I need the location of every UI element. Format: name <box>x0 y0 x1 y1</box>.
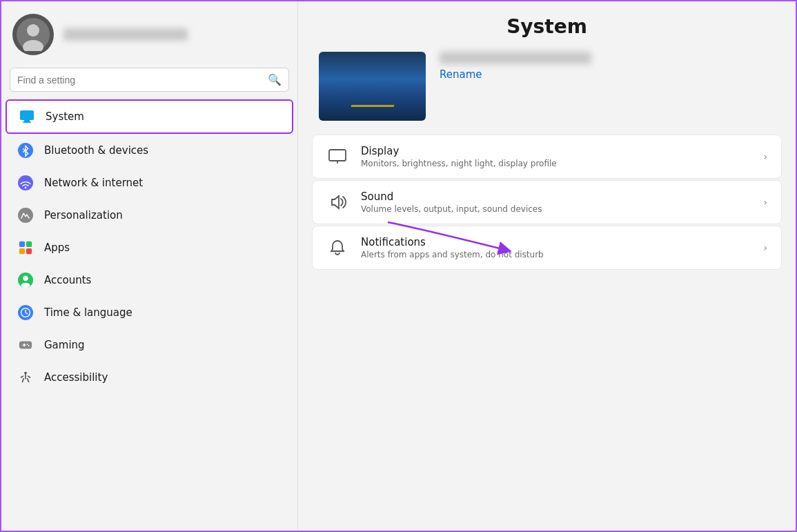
svg-point-21 <box>28 345 30 346</box>
sidebar-label-time: Time & language <box>44 306 132 319</box>
notifications-text: Notifications Alerts from apps and syste… <box>361 236 751 259</box>
accessibility-icon <box>17 368 35 386</box>
search-box[interactable]: 🔍 <box>10 68 289 92</box>
setting-item-notifications[interactable]: Notifications Alerts from apps and syste… <box>312 226 782 270</box>
svg-point-8 <box>25 187 27 189</box>
gaming-icon <box>17 336 35 354</box>
device-info: Rename <box>440 52 591 81</box>
display-chevron: › <box>763 151 767 162</box>
setting-item-sound[interactable]: Sound Volume levels, output, input, soun… <box>312 180 782 224</box>
sidebar-item-accounts[interactable]: Accounts <box>6 264 293 296</box>
svg-point-1 <box>27 24 39 37</box>
network-icon <box>17 174 35 192</box>
sidebar-label-accounts: Accounts <box>44 274 91 286</box>
notifications-chevron: › <box>763 242 767 253</box>
sidebar-item-bluetooth[interactable]: Bluetooth & devices <box>6 135 293 166</box>
sidebar-label-system: System <box>46 110 84 123</box>
accounts-icon <box>17 271 35 289</box>
device-name <box>440 52 591 64</box>
notifications-desc: Alerts from apps and system, do not dist… <box>361 250 751 259</box>
svg-rect-13 <box>26 248 32 254</box>
svg-rect-23 <box>329 150 346 161</box>
notifications-title: Notifications <box>361 236 751 248</box>
svg-rect-4 <box>24 120 30 121</box>
svg-point-9 <box>18 208 33 223</box>
sidebar-label-personalization: Personalization <box>44 209 123 221</box>
sidebar-label-network: Network & internet <box>44 177 143 189</box>
page-title: System <box>298 1 796 45</box>
svg-rect-5 <box>23 121 31 123</box>
sidebar-label-accessibility: Accessibility <box>44 371 108 384</box>
sound-text: Sound Volume levels, output, input, soun… <box>361 190 751 214</box>
sidebar-label-apps: Apps <box>44 242 70 254</box>
svg-point-16 <box>21 283 30 288</box>
svg-rect-11 <box>26 242 32 247</box>
svg-point-15 <box>23 276 28 281</box>
svg-point-20 <box>27 344 28 345</box>
user-name <box>63 28 188 41</box>
sidebar: 🔍 System <box>1 1 298 531</box>
svg-rect-12 <box>19 248 25 254</box>
display-title: Display <box>361 145 751 157</box>
sound-chevron: › <box>763 197 767 208</box>
svg-rect-10 <box>19 242 25 247</box>
user-profile <box>1 1 297 65</box>
rename-link[interactable]: Rename <box>440 68 591 81</box>
sidebar-item-accessibility[interactable]: Accessibility <box>6 362 293 393</box>
sidebar-label-gaming: Gaming <box>44 339 85 351</box>
main-content: System Rename <box>298 1 796 531</box>
sidebar-item-gaming[interactable]: Gaming <box>6 329 293 361</box>
time-icon <box>17 304 35 322</box>
display-icon <box>326 146 348 168</box>
monitor-icon <box>18 108 36 126</box>
search-icon: 🔍 <box>268 73 282 86</box>
display-desc: Monitors, brightness, night light, displ… <box>361 159 751 168</box>
sound-title: Sound <box>361 190 751 203</box>
sound-desc: Volume levels, output, input, sound devi… <box>361 204 751 214</box>
sidebar-item-personalization[interactable]: Personalization <box>6 199 293 231</box>
display-text: Display Monitors, brightness, night ligh… <box>361 145 751 168</box>
sidebar-label-bluetooth: Bluetooth & devices <box>44 144 148 157</box>
avatar <box>12 14 54 55</box>
bluetooth-icon <box>17 141 35 159</box>
sidebar-item-system[interactable]: System <box>6 99 293 134</box>
monitor-preview <box>319 52 426 121</box>
personalization-icon <box>17 206 35 224</box>
settings-list: Display Monitors, brightness, night ligh… <box>298 135 796 270</box>
sound-icon <box>326 191 348 213</box>
setting-item-display[interactable]: Display Monitors, brightness, night ligh… <box>312 135 782 179</box>
apps-icon <box>17 239 35 257</box>
svg-rect-3 <box>20 110 34 120</box>
sidebar-item-time[interactable]: Time & language <box>6 297 293 328</box>
sidebar-item-network[interactable]: Network & internet <box>6 167 293 199</box>
search-input[interactable] <box>17 75 262 86</box>
notifications-icon <box>326 237 348 259</box>
sidebar-item-apps[interactable]: Apps <box>6 232 293 264</box>
nav-list: System Bluetooth & devices <box>1 99 297 531</box>
device-section: Rename <box>298 45 796 135</box>
